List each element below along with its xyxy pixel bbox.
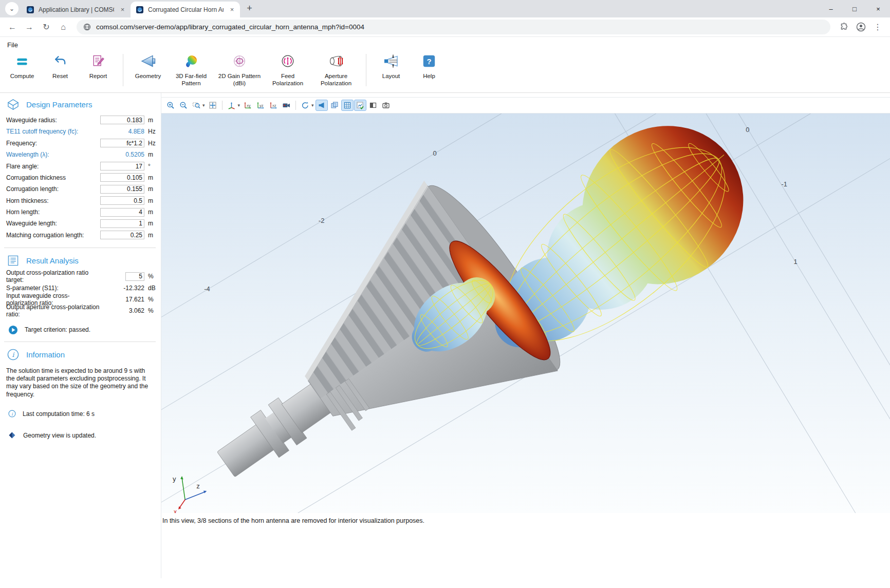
target-criterion-row: Target criterion: passed.: [0, 317, 161, 335]
zoom-box-button[interactable]: [190, 100, 202, 111]
waveguide-radius-input[interactable]: [100, 116, 144, 124]
view-xy-button[interactable]: xy: [242, 100, 254, 111]
information-header: i Information: [0, 343, 161, 365]
help-button[interactable]: ? Help: [410, 53, 448, 80]
farfield-3d-button[interactable]: 3D Far-field Pattern: [167, 53, 215, 87]
result-row: Output aperture cross-polarization ratio…: [0, 305, 161, 316]
plot-settings-toggle[interactable]: [354, 100, 366, 111]
s11-value: -12.322: [100, 284, 144, 292]
scene-camera-icon: [282, 101, 290, 109]
tab-corrugated-horn[interactable]: Corrugated Circular Horn Anten ×: [131, 2, 240, 17]
triad-z-label: z: [196, 482, 200, 490]
default-view-dropdown[interactable]: ▾: [238, 103, 240, 108]
view-yz-button[interactable]: yz: [254, 100, 267, 111]
zoom-box-dropdown[interactable]: ▾: [202, 103, 205, 108]
gain-2d-polar-icon: [231, 53, 248, 69]
triad-x-label: x: [174, 508, 177, 513]
app-ribbon: Compute Reset Report Geometry: [0, 50, 890, 93]
snapshot-button[interactable]: [380, 100, 392, 111]
information-paragraph: The solution time is expected to be arou…: [0, 365, 161, 399]
param-row: Flare angle: °: [0, 160, 161, 172]
transparency-toggle[interactable]: [328, 100, 341, 111]
geometry-updated-icon: [8, 431, 16, 440]
corrugation-length-input[interactable]: [100, 185, 144, 194]
input-crosspol-value: 17.621: [100, 296, 144, 303]
svg-text:i: i: [12, 351, 15, 358]
3d-viewport[interactable]: 0 -2 -4 0 -1 1: [161, 113, 890, 513]
forward-button[interactable]: →: [22, 20, 37, 35]
information-icon: i: [7, 348, 20, 361]
zoom-extents-button[interactable]: [207, 100, 219, 111]
file-menu[interactable]: File: [0, 37, 890, 50]
new-tab-button[interactable]: +: [243, 2, 256, 15]
horn-length-input[interactable]: [100, 208, 144, 217]
home-button[interactable]: ⌂: [55, 20, 71, 35]
zoom-out-button[interactable]: [177, 100, 190, 111]
default-view-button[interactable]: [226, 100, 238, 111]
zoom-in-button[interactable]: [164, 100, 177, 111]
zoom-out-icon: [179, 101, 188, 109]
tab-close-icon[interactable]: ×: [118, 5, 127, 14]
show-geometry-toggle[interactable]: [316, 100, 328, 111]
view-xz-button[interactable]: xz: [267, 100, 280, 111]
grid-toggle[interactable]: [341, 100, 354, 111]
layout-icon: [382, 53, 400, 69]
maximize-button[interactable]: □: [843, 0, 866, 17]
tab-close-icon[interactable]: ×: [228, 5, 236, 14]
scene-camera-button[interactable]: [280, 100, 292, 111]
reload-button[interactable]: ↻: [39, 20, 54, 35]
gain-2d-button[interactable]: 2D Gain Pattern (dBi): [215, 53, 264, 87]
compute-button[interactable]: Compute: [3, 53, 41, 80]
geometry-updated-row: Geometry view is updated.: [0, 418, 161, 440]
wavelength-value: 0.5205: [100, 151, 144, 158]
invert-colors-button[interactable]: [367, 100, 379, 111]
url-bar[interactable]: comsol.com/server-demo/app/library_corru…: [77, 20, 830, 34]
rotate-view-button[interactable]: [299, 100, 311, 111]
horn-thickness-input[interactable]: [100, 196, 144, 205]
layout-button[interactable]: Layout: [372, 53, 410, 80]
output-crosspol-value: 3.062: [100, 307, 144, 314]
param-row: Matching corrugation length: m: [0, 230, 161, 241]
close-button[interactable]: ×: [866, 0, 890, 17]
view-yz-icon: yz: [256, 101, 265, 109]
tab-application-library[interactable]: Application Library | COMSOL S ×: [21, 2, 131, 17]
browser-menu-kebab[interactable]: ⋮: [870, 20, 885, 35]
axis-label: 0: [746, 126, 749, 134]
back-button[interactable]: ←: [5, 20, 20, 35]
toolbar-separator: [295, 101, 296, 110]
tab-search-button[interactable]: ⌄: [5, 2, 18, 15]
zoom-box-icon: [192, 101, 200, 109]
aperture-polarization-icon: [328, 53, 344, 69]
cross-pol-target-input[interactable]: [125, 272, 144, 281]
feed-polarization-button[interactable]: Feed Polarization: [264, 53, 312, 87]
ribbon-separator: [366, 54, 366, 86]
result-analysis-header: Result Analysis: [0, 249, 161, 271]
te11-cutoff-value: 4.8E8: [100, 128, 144, 135]
browser-tab-strip: ⌄ Application Library | COMSOL S × Corru…: [0, 0, 890, 17]
svg-text:?: ?: [427, 57, 431, 66]
extensions-icon[interactable]: [836, 20, 851, 35]
matching-corrugation-length-input[interactable]: [100, 231, 144, 239]
aperture-polarization-button[interactable]: Aperture Polarization: [312, 53, 360, 87]
rotate-dropdown[interactable]: ▾: [311, 103, 314, 108]
flare-angle-input[interactable]: [100, 162, 144, 170]
waveguide-length-input[interactable]: [100, 219, 144, 228]
play-status-icon: [8, 325, 18, 335]
section-title: Design Parameters: [26, 100, 92, 109]
minimize-button[interactable]: –: [819, 0, 843, 17]
frequency-input[interactable]: [100, 139, 144, 147]
site-info-globe-icon[interactable]: [83, 23, 91, 31]
param-row: Horn length: m: [0, 206, 161, 218]
report-button[interactable]: Report: [79, 53, 117, 80]
farfield-3d-icon: [183, 53, 199, 69]
corrugation-thickness-input[interactable]: [100, 173, 144, 182]
svg-text:yz: yz: [259, 103, 264, 107]
profile-avatar[interactable]: [853, 20, 868, 35]
settings-panel: Design Parameters Waveguide radius: m TE…: [0, 93, 161, 578]
reset-button[interactable]: Reset: [41, 53, 79, 80]
view-caption: In this view, 3/8 sections of the horn a…: [161, 513, 890, 524]
geometry-button[interactable]: Geometry: [129, 53, 167, 80]
last-computation-row: i Last computation time: 6 s: [0, 399, 161, 418]
comsol-favicon-icon: [26, 6, 34, 14]
design-parameters-icon: [7, 98, 20, 111]
